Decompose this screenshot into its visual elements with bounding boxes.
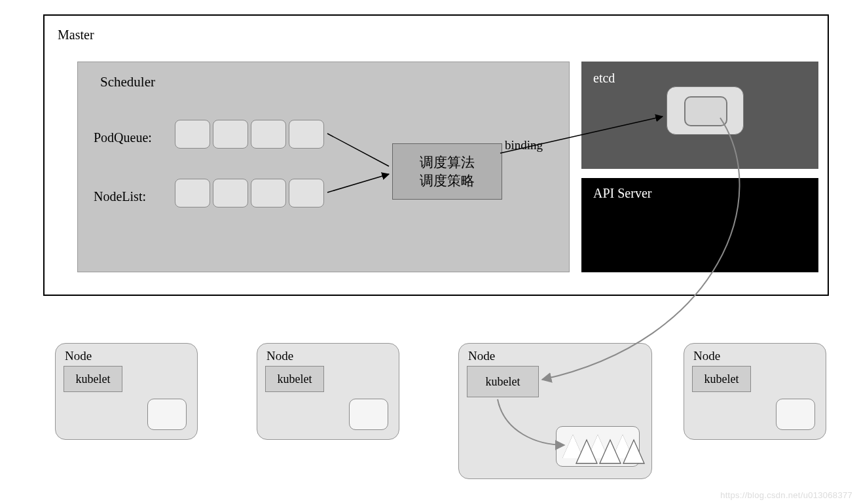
master-box: Master Scheduler PodQueue: NodeList: 调度算…	[43, 14, 829, 296]
nodelist-cells	[175, 179, 324, 207]
kubelet-box: kubelet	[692, 366, 751, 392]
kubelet-label: kubelet	[76, 372, 111, 386]
node-cell	[251, 179, 286, 207]
master-label: Master	[58, 27, 94, 43]
pod-cell	[175, 120, 210, 149]
node-box-4: Node kubelet	[684, 343, 826, 440]
pod-placeholder	[776, 399, 815, 430]
pod-cell	[289, 120, 324, 149]
etcd-object	[667, 86, 744, 135]
node-box-3: Node kubelet	[458, 343, 652, 479]
pod-cell	[213, 120, 248, 149]
pod-placeholder	[147, 399, 187, 430]
kubelet-label: kubelet	[486, 375, 521, 389]
pod-running-box	[556, 426, 640, 467]
node-box-2: Node kubelet	[257, 343, 399, 440]
node-label: Node	[65, 349, 92, 363]
kubelet-box: kubelet	[467, 366, 539, 397]
kubelet-label: kubelet	[278, 372, 312, 386]
podqueue-cells	[175, 120, 324, 149]
etcd-object-inner	[684, 96, 727, 126]
diagram-canvas: Master Scheduler PodQueue: NodeList: 调度算…	[0, 0, 859, 504]
algo-line2: 调度策略	[420, 171, 475, 190]
kubelet-box: kubelet	[265, 366, 324, 392]
node-label: Node	[266, 349, 293, 363]
nodelist-label: NodeList:	[94, 189, 146, 204]
api-server-box: API Server	[581, 178, 818, 272]
container-icon	[562, 435, 583, 458]
kubelet-label: kubelet	[704, 372, 739, 386]
pod-placeholder	[349, 399, 388, 430]
scheduler-box: Scheduler PodQueue: NodeList: 调度算法 调度策略 …	[77, 62, 570, 272]
node-cell	[289, 179, 324, 207]
algo-line1: 调度算法	[420, 153, 475, 171]
binding-label: binding	[505, 138, 543, 153]
node-label: Node	[468, 349, 495, 363]
node-cell	[213, 179, 248, 207]
watermark: https://blog.csdn.net/u013068377	[720, 490, 852, 500]
node-cell	[175, 179, 210, 207]
node-box-1: Node kubelet	[55, 343, 198, 440]
node-label: Node	[693, 349, 720, 363]
kubelet-box: kubelet	[64, 366, 122, 392]
pod-cell	[251, 120, 286, 149]
container-icon	[587, 435, 608, 458]
container-icon	[612, 435, 633, 458]
etcd-label: etcd	[593, 71, 615, 86]
scheduler-label: Scheduler	[100, 74, 155, 90]
etcd-box: etcd	[581, 62, 818, 169]
scheduling-algorithm-box: 调度算法 调度策略	[392, 143, 502, 200]
podqueue-label: PodQueue:	[94, 130, 152, 145]
api-server-label: API Server	[593, 186, 651, 201]
